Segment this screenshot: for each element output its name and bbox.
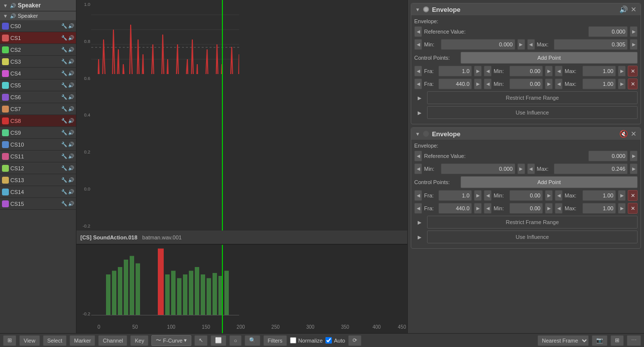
envelope1-min-arrow-right[interactable]: ▶ — [517, 39, 525, 50]
cs2-settings-icon[interactable]: 🔧 — [61, 47, 67, 52]
envelope1-cp2-fra-left[interactable]: ◀ — [414, 78, 422, 89]
envelope2-cp2-min-left[interactable]: ◀ — [484, 203, 492, 214]
view-btn[interactable]: View — [19, 335, 40, 346]
key-btn[interactable]: Key — [130, 335, 148, 346]
envelope2-cp1-max-left[interactable]: ◀ — [555, 190, 563, 201]
cs12-mute-icon[interactable]: 🔊 — [68, 165, 74, 171]
envelope2-cp1-min-left[interactable]: ◀ — [484, 190, 492, 201]
cs7-settings-icon[interactable]: 🔧 — [61, 106, 67, 112]
graph-canvas-top[interactable]: 1.0 0.8 0.6 0.4 0.2 0.0 -0.2 — [76, 0, 407, 231]
zoom-btn[interactable]: 🔍 — [245, 335, 260, 346]
envelope1-cp1-delete-btn[interactable]: ✕ — [628, 66, 638, 77]
envelope1-expand-icon[interactable]: ▼ — [415, 7, 420, 12]
cs7-mute-icon[interactable]: 🔊 — [68, 106, 74, 112]
cs9-settings-icon[interactable]: 🔧 — [61, 130, 67, 135]
cs0-mute-icon[interactable]: 🔊 — [68, 23, 74, 29]
envelope2-max-value[interactable] — [554, 163, 628, 174]
cs1-settings-icon[interactable]: 🔧 — [61, 35, 67, 40]
select-box-btn[interactable]: ⬜ — [211, 335, 226, 346]
cs11-mute-icon[interactable]: 🔊 — [68, 154, 74, 159]
envelope1-cp1-max-left[interactable]: ◀ — [555, 66, 563, 77]
envelope1-max-arrow-left[interactable]: ◀ — [527, 39, 535, 50]
envelope2-cp1-min-right[interactable]: ▶ — [545, 190, 553, 201]
cs1-mute-icon[interactable]: 🔊 — [68, 35, 74, 40]
cs5-mute-icon[interactable]: 🔊 — [68, 82, 74, 88]
envelope1-restrict-arrow[interactable]: ▶ — [414, 91, 425, 104]
envelope2-expand-icon[interactable]: ▼ — [415, 131, 420, 137]
envelope2-ref-arrow-left[interactable]: ◀ — [414, 151, 422, 161]
envelope2-influence-arrow[interactable]: ▶ — [414, 231, 425, 243]
cs11-settings-icon[interactable]: 🔧 — [61, 154, 67, 159]
envelope1-cp2-min-left[interactable]: ◀ — [484, 78, 492, 89]
more-icon-btn[interactable]: ⋯ — [627, 335, 641, 346]
envelope2-speaker-icon[interactable]: 🔇 — [619, 130, 628, 138]
cs15-mute-icon[interactable]: 🔊 — [68, 201, 74, 206]
envelope1-speaker-icon[interactable]: 🔊 — [619, 5, 628, 13]
envelope2-restrict-btn[interactable]: Restrict Frame Range — [427, 216, 638, 229]
envelope1-ref-value[interactable] — [588, 26, 628, 37]
envelope1-cp2-min-right[interactable]: ▶ — [545, 78, 553, 89]
marker-btn[interactable]: Marker — [70, 335, 95, 346]
speaker-header[interactable]: ▼ 🔊 Speaker — [0, 0, 76, 11]
cs9-mute-icon[interactable]: 🔊 — [68, 130, 74, 135]
cs5-settings-icon[interactable]: 🔧 — [61, 82, 67, 88]
filters-btn[interactable]: Filters — [263, 335, 287, 346]
envelope2-cp1-max-right[interactable]: ▶ — [618, 190, 626, 201]
cs14-mute-icon[interactable]: 🔊 — [68, 189, 74, 194]
envelope2-cp1-fra-left[interactable]: ◀ — [414, 190, 422, 201]
track-item-cs1[interactable]: CS1 🔧 🔊 — [0, 32, 76, 44]
track-item-cs9[interactable]: CS9 🔧 🔊 — [0, 127, 76, 139]
cs8-settings-icon[interactable]: 🔧 — [61, 118, 67, 123]
select-btn[interactable]: Select — [43, 335, 67, 346]
envelope2-cp2-max-left[interactable]: ◀ — [555, 203, 563, 214]
envelope2-add-point-btn[interactable]: Add Point — [461, 176, 638, 188]
envelope1-influence-arrow[interactable]: ▶ — [414, 106, 425, 119]
track-item-cs3[interactable]: CS3 🔧 🔊 — [0, 56, 76, 68]
envelope2-cp2-max-value[interactable] — [582, 203, 616, 214]
envelope2-cp1-fra-right[interactable]: ▶ — [474, 190, 482, 201]
cs4-mute-icon[interactable]: 🔊 — [68, 71, 74, 76]
cs15-settings-icon[interactable]: 🔧 — [61, 201, 67, 206]
envelope2-influence-btn[interactable]: Use Influence — [427, 231, 638, 243]
envelope1-ref-arrow-right[interactable]: ▶ — [630, 26, 638, 37]
envelope2-cp2-min-value[interactable] — [509, 203, 543, 214]
cs2-mute-icon[interactable]: 🔊 — [68, 47, 74, 52]
track-item-cs12[interactable]: CS12 🔧 🔊 — [0, 162, 76, 174]
envelope1-cp2-fra-value[interactable] — [438, 78, 472, 89]
track-item-cs15[interactable]: CS15 🔧 🔊 — [0, 198, 76, 210]
graph-canvas-bottom[interactable]: -0.2 — [76, 244, 407, 333]
envelope1-restrict-btn[interactable]: Restrict Frame Range — [427, 91, 638, 104]
envelope2-ref-arrow-right[interactable]: ▶ — [630, 151, 638, 161]
grid-btn[interactable]: ⊞ — [3, 335, 16, 346]
envelope1-cp2-delete-btn[interactable]: ✕ — [628, 78, 638, 89]
envelope1-cp1-fra-left[interactable]: ◀ — [414, 66, 422, 77]
envelope1-max-arrow-right[interactable]: ▶ — [630, 39, 638, 50]
envelope1-active-toggle[interactable] — [423, 6, 429, 12]
cs13-mute-icon[interactable]: 🔊 — [68, 177, 74, 183]
track-item-cs14[interactable]: CS14 🔧 🔊 — [0, 186, 76, 198]
nav-icon-btn[interactable]: ⊞ — [610, 335, 624, 346]
envelope2-cp2-min-right[interactable]: ▶ — [545, 203, 553, 214]
envelope2-cp1-fra-value[interactable] — [438, 190, 472, 201]
envelope1-cp1-min-right[interactable]: ▶ — [545, 66, 553, 77]
envelope2-ref-value[interactable] — [588, 151, 628, 161]
envelope2-min-value[interactable] — [441, 163, 515, 174]
envelope2-cp1-max-value[interactable] — [582, 190, 616, 201]
select-circle-btn[interactable]: ○ — [229, 335, 242, 346]
track-item-cs2[interactable]: CS2 🔧 🔊 — [0, 44, 76, 56]
envelope2-max-arrow-left[interactable]: ◀ — [527, 163, 535, 174]
sync-btn[interactable]: ⟳ — [348, 335, 361, 346]
envelope1-influence-btn[interactable]: Use Influence — [427, 106, 638, 119]
envelope1-min-value[interactable] — [441, 39, 515, 50]
track-item-cs11[interactable]: CS11 🔧 🔊 — [0, 151, 76, 162]
cursor-tool-btn[interactable]: ↖ — [194, 335, 208, 346]
track-item-cs4[interactable]: CS4 🔧 🔊 — [0, 68, 76, 79]
envelope1-cp2-min-value[interactable] — [509, 78, 543, 89]
envelope1-cp2-max-left[interactable]: ◀ — [555, 78, 563, 89]
cs10-settings-icon[interactable]: 🔧 — [61, 142, 67, 147]
envelope1-cp1-fra-right[interactable]: ▶ — [474, 66, 482, 77]
envelope1-cp2-fra-right[interactable]: ▶ — [474, 78, 482, 89]
envelope1-max-value[interactable] — [554, 39, 628, 50]
cs14-settings-icon[interactable]: 🔧 — [61, 189, 67, 194]
track-item-cs10[interactable]: CS10 🔧 🔊 — [0, 139, 76, 151]
